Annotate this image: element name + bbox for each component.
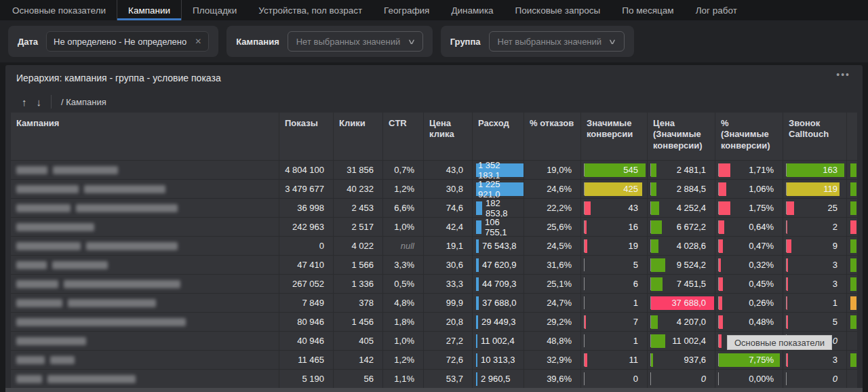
column-header-call[interactable]: Звонок Calltouch — [783, 113, 847, 160]
tab-5[interactable]: Динамика — [440, 0, 504, 20]
table-row[interactable]: 5 190561,1%53,72 960,539,6%000,00%0 — [11, 369, 857, 388]
bounce-cell: 22,2% — [524, 199, 581, 217]
call-value: 3 — [833, 275, 837, 293]
price-bar — [651, 220, 662, 234]
table-row[interactable]: 3 479 67740 2321,2%30,81 225 921,024,6%4… — [11, 179, 857, 198]
shows-cell: 47 410 — [279, 256, 334, 274]
cpc-value: 42,4 — [446, 222, 463, 232]
table-row[interactable]: 47 4101 5663,3%30,647 620,931,6%59 524,2… — [11, 255, 857, 274]
tab-3[interactable]: Устройства, пол возраст — [248, 0, 373, 20]
breadcrumb[interactable]: / Кампания — [61, 97, 106, 107]
edge-metric-bar — [850, 163, 856, 177]
clicks-cell: 1 456 — [334, 313, 383, 331]
cost-cell: 37 688,0 — [473, 294, 524, 312]
table-row[interactable]: 11 4651421,2%72,610 313,332,9%11937,67,7… — [11, 350, 857, 369]
campaign-name-redacted — [11, 237, 279, 255]
call-bar — [787, 258, 788, 272]
edge-cell — [847, 180, 857, 198]
column-header-cost[interactable]: Расход — [473, 113, 524, 160]
pct-value: 1,06% — [749, 180, 774, 198]
horizontal-scrollbar[interactable] — [5, 388, 863, 392]
cost-bar — [476, 201, 482, 215]
edge-cell — [847, 275, 857, 293]
call-value: 3 — [833, 351, 837, 369]
redacted-text-blob — [16, 280, 58, 288]
column-header-cpc[interactable]: Цена клика — [424, 113, 473, 160]
redacted-text-blob — [16, 375, 42, 383]
tab-2[interactable]: Площадки — [182, 0, 248, 20]
cpc-cell: 72,6 — [424, 351, 473, 369]
clear-date-icon[interactable]: ✕ — [195, 37, 201, 46]
sort-up-icon[interactable]: ↑ — [22, 97, 27, 107]
price-bar — [651, 182, 656, 196]
tab-0[interactable]: Основные показатели — [1, 0, 117, 20]
price-bar — [651, 353, 653, 367]
pct-cell: 0,45% — [715, 275, 783, 293]
tab-6[interactable]: Поисковые запросы — [505, 0, 612, 20]
date-filter-value[interactable]: Не определено - Не определено ✕ — [46, 31, 209, 52]
campaign-filter-select[interactable]: Нет выбранных значений ∨ — [288, 31, 423, 52]
conv-value: 11 — [629, 351, 639, 369]
conv-value: 43 — [629, 199, 638, 217]
tab-4[interactable]: География — [373, 0, 440, 20]
group-filter-select[interactable]: Нет выбранных значений ∨ — [489, 31, 625, 52]
column-header-bounce[interactable]: % отказов — [524, 113, 581, 160]
column-header-ctr[interactable]: CTR — [383, 113, 424, 160]
campaign-filter-group: Кампания Нет выбранных значений ∨ — [226, 26, 432, 57]
cost-value: 1 352 183,1 — [478, 161, 524, 179]
column-header-shows[interactable]: Показы — [279, 113, 334, 160]
pct-bar — [719, 315, 723, 329]
call-bar — [787, 220, 787, 234]
shows-cell: 3 479 677 — [279, 180, 334, 198]
price-cell: 4 207,0 — [648, 313, 715, 331]
cost-cell: 76 543,8 — [473, 237, 524, 255]
column-header-price[interactable]: Цена (Значимые конверсии) — [648, 113, 715, 160]
bounce-cell: 32,9% — [524, 351, 581, 369]
panel-menu-icon[interactable]: ••• — [836, 69, 850, 80]
cost-value: 1 225 921,0 — [478, 180, 524, 198]
tab-1[interactable]: Кампании — [117, 0, 182, 20]
table-row[interactable]: 4 804 10031 8560,7%43,01 352 183,119,0%5… — [11, 160, 857, 179]
redacted-text-blob — [16, 318, 186, 326]
tab-8[interactable]: Лог работ — [685, 0, 748, 20]
price-cell: 6 672,2 — [648, 218, 715, 236]
redacted-text-blob — [86, 242, 178, 250]
table-row[interactable]: 80 9461 4561,8%20,829 449,329,2%74 207,0… — [11, 312, 857, 331]
edge-cell — [847, 351, 857, 369]
edge-cell — [847, 370, 857, 388]
table-row[interactable]: 36 9982 4536,6%74,6182 853,822,2%434 252… — [11, 198, 857, 217]
pct-bar — [719, 239, 723, 253]
cost-bar — [476, 239, 479, 253]
column-header-clicks[interactable]: Клики — [334, 113, 383, 160]
shows-cell: 267 052 — [279, 275, 334, 293]
date-filter-label: Дата — [18, 37, 38, 47]
pct-cell: 0,32% — [715, 256, 783, 274]
cpc-cell: 53,7 — [424, 370, 473, 388]
pct-cell: 1,75% — [715, 199, 783, 217]
call-value: 163 — [823, 161, 837, 179]
price-value: 4 252,4 — [677, 199, 706, 217]
price-cell: 2 481,1 — [648, 161, 715, 179]
pct-bar — [719, 182, 726, 196]
column-header-conv[interactable]: Значимые конверсии — [581, 113, 648, 160]
campaign-name-redacted — [11, 351, 279, 369]
cost-bar — [476, 220, 481, 234]
table-row[interactable]: 242 9632 5171,0%42,4106 755,125,6%166 67… — [11, 217, 857, 236]
conv-value: 7 — [633, 313, 638, 331]
sort-down-icon[interactable]: ↓ — [37, 97, 42, 107]
cost-cell: 182 853,8 — [473, 199, 524, 217]
column-header-name[interactable]: Кампания — [11, 113, 279, 160]
cost-cell: 1 225 921,0 — [473, 180, 524, 198]
bounce-value: 19,0% — [547, 165, 572, 175]
edge-cell — [847, 237, 857, 255]
table-row[interactable]: 7 8493784,8%99,937 688,024,7%137 688,00,… — [11, 293, 857, 312]
shows-cell: 7 849 — [279, 294, 334, 312]
column-header-pct[interactable]: % (Значимые конверсии) — [715, 113, 783, 160]
table-row[interactable]: 04 022null19,176 543,824,5%194 028,60,47… — [11, 236, 857, 255]
bounce-value: 29,2% — [547, 317, 572, 327]
edge-metric-bar — [850, 182, 856, 196]
tab-7[interactable]: По месяцам — [611, 0, 684, 20]
table-row[interactable]: 267 0521 3360,5%33,344 709,325,1%67 451,… — [11, 274, 857, 293]
cpc-value: 30,8 — [446, 184, 463, 194]
cpc-cell: 42,4 — [424, 218, 473, 236]
